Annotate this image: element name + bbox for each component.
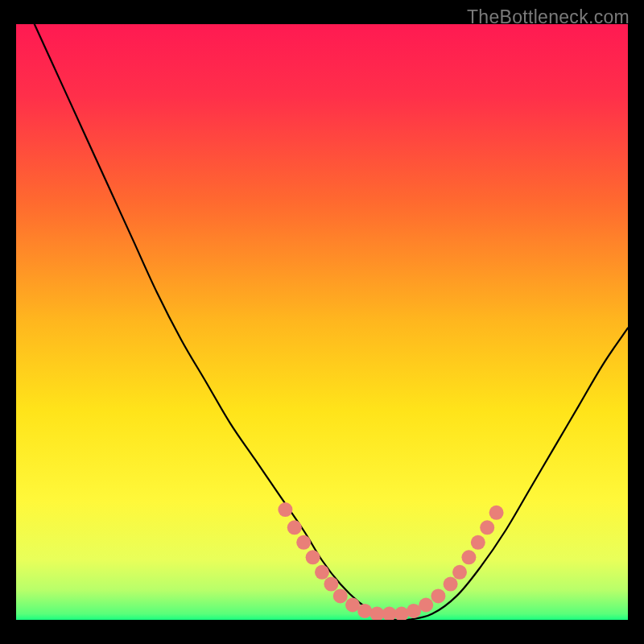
chart-svg — [16, 24, 628, 620]
marker-dot — [480, 520, 494, 535]
marker-dot — [431, 588, 445, 603]
marker-dot — [357, 604, 372, 618]
marker-dot — [287, 520, 302, 535]
marker-dot — [333, 588, 348, 603]
marker-dot — [452, 565, 467, 580]
watermark-text: TheBottleneck.com — [467, 6, 630, 28]
chart-background — [16, 24, 628, 620]
marker-dot — [278, 502, 292, 517]
marker-dot — [306, 550, 320, 564]
marker-dot — [444, 577, 458, 592]
marker-dot — [461, 550, 476, 564]
marker-dot — [489, 506, 504, 520]
bottleneck-chart — [16, 24, 628, 620]
marker-dot — [315, 565, 329, 580]
marker-dot — [324, 577, 338, 592]
marker-dot — [296, 535, 311, 550]
marker-dot — [471, 535, 485, 550]
marker-dot — [419, 598, 433, 613]
